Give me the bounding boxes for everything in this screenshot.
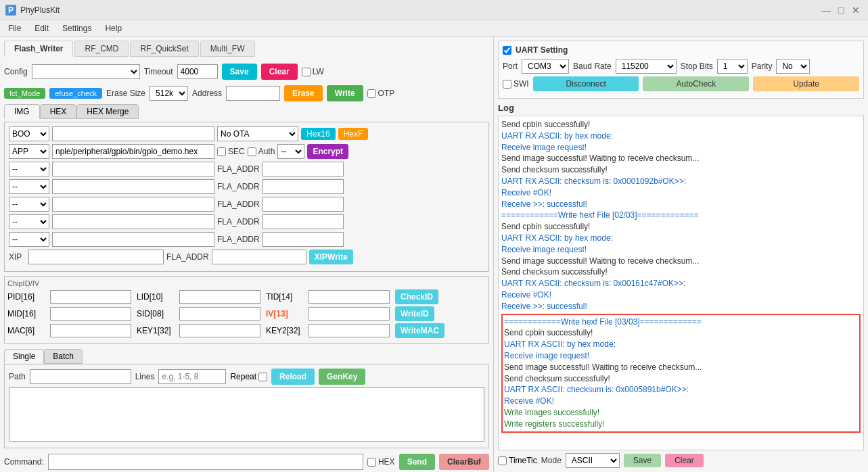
baud-label: Baud Rate bbox=[573, 62, 612, 71]
close-button[interactable]: ✕ bbox=[849, 3, 863, 17]
fla-input-4[interactable] bbox=[262, 179, 344, 194]
timetic-checkbox[interactable] bbox=[498, 456, 507, 465]
app-path-input[interactable] bbox=[52, 144, 214, 159]
row5-path[interactable] bbox=[52, 197, 214, 212]
path-input[interactable] bbox=[30, 369, 131, 384]
tab-multi-fw[interactable]: Multi_FW bbox=[200, 41, 255, 57]
erase-size-select[interactable]: 512k 256k 128k bbox=[150, 86, 188, 101]
encrypt-button[interactable]: Encrypt bbox=[307, 144, 348, 159]
genkey-button[interactable]: GenKey bbox=[319, 369, 365, 385]
boo-select[interactable]: BOO bbox=[9, 126, 49, 141]
lines-input[interactable] bbox=[158, 369, 226, 384]
command-input[interactable] bbox=[48, 454, 363, 470]
checkid-button[interactable]: CheckID bbox=[395, 289, 438, 304]
row4-path[interactable] bbox=[52, 179, 214, 194]
row7-path[interactable] bbox=[52, 232, 214, 247]
tab-hex[interactable]: HEX bbox=[40, 104, 77, 119]
erase-button[interactable]: Erase bbox=[284, 85, 323, 101]
xip-fla-input[interactable] bbox=[212, 250, 306, 264]
menu-edit[interactable]: Edit bbox=[29, 22, 54, 34]
clearbuf-button[interactable]: ClearBuf bbox=[439, 454, 489, 470]
uart-enable-checkbox[interactable] bbox=[503, 46, 511, 55]
row5-select[interactable]: -- bbox=[9, 197, 49, 212]
otp-checkbox[interactable] bbox=[367, 89, 376, 98]
img-row-6: -- FLA_ADDR bbox=[9, 214, 484, 229]
mid-input[interactable] bbox=[50, 307, 131, 321]
efuse-button[interactable]: efuse_check bbox=[49, 88, 102, 99]
app-select[interactable]: APP bbox=[9, 144, 49, 159]
xip-write-button[interactable]: XIPWrite bbox=[309, 250, 353, 264]
clear-button[interactable]: Clear bbox=[261, 64, 298, 80]
hex16-button[interactable]: Hex16 bbox=[301, 128, 336, 140]
hex-checkbox[interactable] bbox=[367, 458, 376, 467]
send-button[interactable]: Send bbox=[399, 454, 435, 470]
config-select[interactable] bbox=[32, 64, 140, 79]
pid-input[interactable] bbox=[50, 290, 131, 304]
menu-file[interactable]: File bbox=[3, 22, 26, 34]
menu-settings[interactable]: Settings bbox=[57, 22, 97, 34]
sid-input[interactable] bbox=[179, 307, 260, 321]
row6-select[interactable]: -- bbox=[9, 214, 49, 229]
address-input[interactable] bbox=[226, 86, 280, 101]
fla-input-5[interactable] bbox=[262, 197, 344, 212]
fct-mode-button[interactable]: fct_Mode bbox=[4, 88, 45, 99]
timetic-text: TimeTic bbox=[509, 456, 537, 465]
fla-addr-3: FLA_ADDR bbox=[217, 164, 260, 174]
mac-input[interactable] bbox=[50, 324, 131, 337]
log-clear-button[interactable]: Clear bbox=[665, 454, 704, 467]
writemac-button[interactable]: WriteMAC bbox=[395, 323, 444, 338]
row6-path[interactable] bbox=[52, 214, 214, 229]
auth-select[interactable]: -- bbox=[277, 144, 304, 159]
fla-input-3[interactable] bbox=[262, 162, 344, 176]
row4-select[interactable]: -- bbox=[9, 179, 49, 194]
tab-flash-writer[interactable]: Flash_Writer bbox=[4, 41, 73, 57]
autocheck-button[interactable]: AutoCheck bbox=[643, 76, 749, 91]
tab-img[interactable]: IMG bbox=[4, 104, 40, 119]
tab-hex-merge[interactable]: HEX Merge bbox=[76, 104, 139, 119]
tab-rf-cmd[interactable]: RF_CMD bbox=[74, 41, 129, 57]
baud-select[interactable]: 115200 bbox=[616, 59, 677, 74]
row3-select[interactable]: -- bbox=[9, 162, 49, 176]
swi-checkbox[interactable] bbox=[503, 80, 511, 89]
log-highlighted-line: Write images successfully! bbox=[504, 407, 858, 419]
writeid-button[interactable]: WriteID bbox=[395, 306, 434, 321]
auth-checkbox[interactable] bbox=[248, 147, 256, 156]
tid-input[interactable] bbox=[309, 290, 390, 304]
fla-input-6[interactable] bbox=[262, 214, 344, 229]
key2-input[interactable] bbox=[309, 324, 390, 337]
timeout-input[interactable] bbox=[177, 64, 218, 79]
log-save-button[interactable]: Save bbox=[624, 454, 661, 467]
port-select[interactable]: COM3 bbox=[522, 59, 569, 74]
parity-select[interactable]: No bbox=[776, 59, 810, 74]
minimize-button[interactable]: — bbox=[819, 3, 833, 17]
stopbits-select[interactable]: 1 bbox=[717, 59, 748, 74]
xip-path-input[interactable] bbox=[28, 250, 164, 264]
batch-textarea[interactable] bbox=[9, 387, 484, 442]
fla-addr-6: FLA_ADDR bbox=[217, 217, 260, 227]
maximize-button[interactable]: □ bbox=[834, 3, 848, 17]
write-button[interactable]: Write bbox=[327, 85, 363, 101]
log-line: UART RX ASCII: by hex mode: bbox=[501, 131, 861, 142]
disconnect-button[interactable]: Disconnect bbox=[533, 76, 639, 91]
hexf-button[interactable]: HexF bbox=[338, 128, 369, 140]
reload-button[interactable]: Reload bbox=[271, 369, 315, 385]
iv-input[interactable] bbox=[309, 307, 390, 321]
menu-help[interactable]: Help bbox=[99, 22, 127, 34]
ota-select[interactable]: No OTA bbox=[217, 126, 298, 141]
tab-batch[interactable]: Batch bbox=[44, 349, 83, 364]
row7-select[interactable]: -- bbox=[9, 232, 49, 247]
tab-rf-quickset[interactable]: RF_QuickSet bbox=[130, 41, 198, 57]
row3-path[interactable] bbox=[52, 162, 214, 176]
repeat-checkbox[interactable] bbox=[258, 373, 267, 381]
sec-checkbox[interactable] bbox=[217, 147, 226, 156]
save-button[interactable]: Save bbox=[222, 64, 257, 80]
hex-text: HEX bbox=[378, 457, 395, 467]
tab-single[interactable]: Single bbox=[4, 349, 44, 364]
update-button[interactable]: Update bbox=[753, 76, 859, 91]
key1-input[interactable] bbox=[179, 324, 260, 337]
boo-path-input[interactable] bbox=[52, 126, 214, 141]
mode-select[interactable]: ASCIIHEX bbox=[566, 453, 620, 468]
fla-input-7[interactable] bbox=[262, 232, 344, 247]
lw-checkbox[interactable] bbox=[302, 68, 311, 76]
lid-input[interactable] bbox=[179, 290, 260, 304]
